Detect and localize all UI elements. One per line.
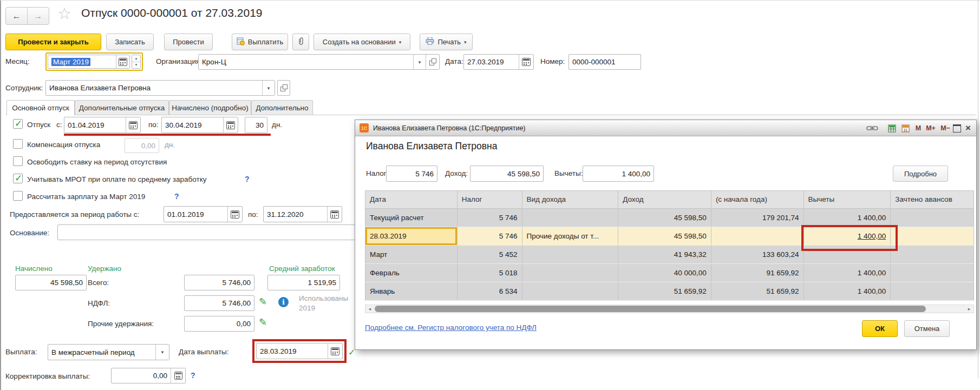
ok-button[interactable]: ОК [862, 320, 898, 337]
mrot-help-icon[interactable]: ? [245, 175, 250, 183]
calc-salary-help-icon[interactable]: ? [174, 192, 179, 201]
cell-income[interactable]: 45 598,50 [618, 227, 711, 245]
tax-input[interactable]: 5 746 [386, 166, 437, 182]
mrot-checkbox[interactable]: ✓ [13, 174, 23, 183]
table-row[interactable]: Март 5 452 41 943,32 133 603,24 [365, 246, 974, 264]
cell-income-type[interactable] [522, 264, 619, 282]
favorite-star-icon[interactable]: ☆ [57, 4, 71, 23]
cell-advance[interactable] [891, 282, 974, 300]
month-stepper[interactable]: ▴ ▾ [132, 55, 141, 69]
date-input[interactable]: 27.03.2019 [463, 54, 534, 70]
column-header[interactable]: Зачтено авансов [891, 191, 974, 208]
maximize-icon[interactable] [951, 123, 962, 134]
cell-ytd[interactable]: 133 603,24 [711, 246, 804, 263]
memory-m-minus-button[interactable]: M− [939, 123, 952, 134]
cell-deduction[interactable] [804, 246, 891, 263]
memory-m-button[interactable]: M [914, 123, 923, 134]
payment-date-input[interactable]: 28.03.2019 [256, 343, 343, 359]
compensation-checkbox[interactable]: ✓ [13, 139, 23, 149]
calculator-grid-icon[interactable] [886, 123, 898, 134]
cell-date[interactable]: Февраль [365, 264, 458, 282]
cell-tax[interactable]: 6 534 [458, 282, 522, 300]
cell-ytd[interactable]: 179 201,74 [711, 209, 804, 227]
calendar-icon[interactable] [328, 343, 342, 359]
dialog-titlebar[interactable]: 1С Иванова Елизавета Петровна (1С:Предпр… [355, 120, 976, 136]
vacation-to-input[interactable]: 30.04.2019 [161, 117, 238, 133]
cell-income[interactable]: 45 598,50 [618, 209, 711, 227]
calc-salary-checkbox[interactable]: ✓ [13, 191, 23, 201]
save-button[interactable]: Записать [106, 34, 154, 50]
tab-additional[interactable]: Дополнительно [251, 100, 313, 115]
calendar-icon[interactable] [519, 55, 533, 69]
cell-income-type[interactable] [522, 246, 619, 263]
memory-m-plus-button[interactable]: M+ [924, 123, 937, 134]
create-based-on-button[interactable]: Создать на основании ▾ [313, 34, 410, 50]
ndfl-input[interactable]: 5 746,00 [184, 295, 254, 311]
table-row[interactable]: Февраль 5 018 40 000,00 91 659,92 1 400,… [365, 264, 974, 282]
cell-income[interactable]: 40 000,00 [618, 264, 711, 282]
post-button[interactable]: Провести [164, 34, 213, 50]
cell-date[interactable]: Март [365, 246, 458, 263]
table-row[interactable]: Текущий расчет 5 746 45 598,50 179 201,7… [365, 209, 974, 227]
close-icon[interactable]: × [963, 123, 974, 134]
cell-ytd[interactable]: 51 659,92 [711, 282, 804, 300]
cell-advance[interactable] [891, 264, 974, 282]
ndfl-register-link[interactable]: Подробнее см. Регистр налогового учета п… [365, 323, 537, 332]
forward-button[interactable]: → [28, 8, 49, 24]
work-period-from-input[interactable]: 01.01.2019 [164, 206, 243, 222]
cell-deduction[interactable]: 1 400,00 [804, 227, 891, 245]
cell-income[interactable]: 51 659,92 [618, 282, 711, 300]
chevron-down-icon[interactable]: ▾ [155, 345, 169, 360]
free-rate-checkbox[interactable]: ✓ [13, 156, 23, 166]
vacation-days-input[interactable]: 30 [245, 117, 267, 133]
calendar-icon[interactable] [126, 117, 140, 133]
column-header[interactable]: Доход [618, 191, 711, 208]
cell-deduction[interactable]: 1 400,00 [804, 209, 891, 227]
chevron-down-icon[interactable]: ▾ [413, 55, 426, 69]
cell-income-type[interactable] [522, 209, 619, 227]
month-input[interactable]: Март 2019 [48, 55, 130, 69]
cancel-button[interactable]: Отмена [904, 320, 950, 337]
work-period-to-input[interactable]: 31.12.2020 [263, 206, 342, 222]
tab-accrued-detail[interactable]: Начислено (подробно) [169, 100, 251, 115]
other-withhold-input[interactable]: 0,00 [184, 316, 254, 332]
cell-deduction[interactable]: 1 400,00 [804, 282, 891, 300]
avg-earnings-input[interactable]: 1 519,95 [267, 275, 340, 290]
vacation-from-input[interactable]: 01.04.2019 [64, 117, 141, 133]
link-icon[interactable] [865, 123, 880, 134]
tab-main-vacation[interactable]: Основной отпуск [6, 100, 75, 115]
column-header[interactable]: (с начала года) [711, 191, 804, 208]
calculator-icon[interactable] [171, 368, 185, 383]
cell-tax[interactable]: 5 746 [458, 227, 522, 245]
calendar-icon[interactable] [223, 117, 238, 133]
column-header[interactable]: Налог [458, 191, 522, 208]
info-icon[interactable]: i [278, 297, 289, 307]
table-row-current[interactable]: 28.03.2019 5 746 Прочие доходы от т... 4… [365, 227, 974, 246]
cell-deduction[interactable]: 1 400,00 [804, 264, 891, 282]
cell-income[interactable]: 41 943,32 [618, 246, 711, 263]
employee-open-button[interactable] [277, 80, 290, 96]
scroll-right-icon[interactable]: ▸ [965, 305, 974, 313]
calendar-31-icon[interactable]: 31 [899, 123, 911, 134]
cell-income-type[interactable]: Прочие доходы от т... [522, 227, 619, 245]
cell-advance[interactable] [891, 227, 974, 245]
column-header[interactable]: Вычеты [804, 191, 891, 208]
cell-income-type[interactable] [522, 282, 619, 300]
attachments-button[interactable] [292, 34, 309, 50]
cell-ytd[interactable]: 91 659,92 [711, 264, 804, 282]
payment-adjust-help-icon[interactable]: ? [191, 371, 195, 380]
cell-date[interactable]: Январь [365, 282, 458, 300]
vacation-checkbox[interactable]: ✓ [13, 119, 23, 129]
calendar-icon[interactable] [116, 55, 129, 68]
cell-date[interactable]: Текущий расчет [365, 209, 458, 227]
cell-tax[interactable]: 5 452 [458, 246, 522, 263]
table-row[interactable]: Январь 6 534 51 659,92 51 659,92 1 400,0… [365, 282, 974, 301]
withheld-total-input[interactable]: 5 746,00 [184, 275, 254, 290]
cell-tax[interactable]: 5 018 [458, 264, 522, 282]
details-button[interactable]: Подробно [893, 166, 948, 182]
cell-advance[interactable] [891, 209, 974, 227]
edit-pencil-icon[interactable]: ✎ [259, 318, 267, 327]
pay-button[interactable]: Выплатить [232, 34, 288, 50]
calendar-icon[interactable] [327, 207, 342, 222]
chevron-down-icon[interactable]: ▾ [262, 81, 275, 95]
